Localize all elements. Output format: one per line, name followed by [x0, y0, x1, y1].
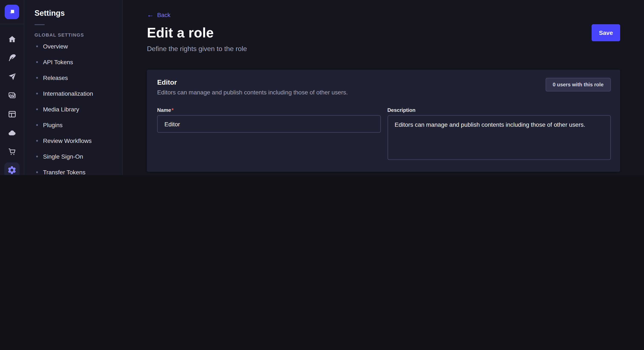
- sidebar-item-api-tokens[interactable]: API Tokens: [34, 54, 112, 70]
- section-label: GLOBAL SETTINGS: [34, 32, 112, 37]
- required-asterisk: *: [172, 107, 173, 113]
- section-global-settings: GLOBAL SETTINGS Overview API Tokens Rele…: [34, 32, 112, 175]
- bullet-icon: [36, 124, 38, 126]
- bullet-icon: [36, 156, 38, 157]
- sidebar-item-plugins[interactable]: Plugins: [34, 117, 112, 133]
- sidebar-item-internationalization[interactable]: Internationalization: [34, 85, 112, 101]
- description-field-label: Description: [388, 107, 611, 113]
- save-button[interactable]: Save: [592, 24, 620, 41]
- sidebar-item-transfer-tokens[interactable]: Transfer Tokens: [34, 164, 112, 175]
- back-arrow-icon: ←: [147, 11, 154, 18]
- cart-icon[interactable]: [7, 147, 16, 156]
- sidebar-item-releases[interactable]: Releases: [34, 70, 112, 85]
- page-subtitle: Define the rights given to the role: [147, 45, 620, 53]
- main-content: ← Back Edit a role Save Define the right…: [123, 0, 644, 175]
- bullet-icon: [36, 171, 38, 173]
- cloud-icon[interactable]: [7, 128, 16, 137]
- bullet-icon: [36, 45, 38, 47]
- strapi-logo[interactable]: [5, 5, 19, 19]
- bullet-icon: [36, 77, 38, 78]
- back-link[interactable]: ← Back: [147, 11, 170, 18]
- role-name-heading: Editor: [157, 79, 611, 86]
- subnav-title: Settings: [34, 9, 112, 18]
- role-description-text: Editors can manage and publish contents …: [157, 89, 611, 96]
- role-details-card: Editor Editors can manage and publish co…: [147, 70, 620, 172]
- bullet-icon: [36, 61, 38, 63]
- users-with-role-badge: 0 users with this role: [546, 78, 611, 91]
- bullet-icon: [36, 108, 38, 110]
- main-icon-sidebar: KD: [0, 0, 24, 175]
- bullet-icon: [36, 93, 38, 94]
- subnav-title-divider: [34, 24, 45, 25]
- sidebar-item-review-workflows[interactable]: Review Workflows: [34, 133, 112, 149]
- back-label: Back: [157, 11, 170, 18]
- send-icon[interactable]: [7, 72, 16, 81]
- feather-icon[interactable]: [7, 53, 16, 62]
- app-window: KD Settings GLOBAL SETTINGS Overview API…: [0, 0, 644, 175]
- gear-icon: [7, 166, 16, 175]
- bullet-icon: [36, 140, 38, 141]
- name-input[interactable]: [157, 115, 380, 133]
- layout-icon[interactable]: [7, 109, 16, 119]
- page-title: Edit a role: [147, 25, 214, 41]
- name-field-label: Name: [157, 107, 171, 113]
- sidebar-item-single-sign-on[interactable]: Single Sign-On: [34, 149, 112, 164]
- name-field-group: Name*: [157, 107, 380, 162]
- description-textarea[interactable]: Editors can manage and publish contents …: [388, 115, 611, 160]
- strapi-logo-icon: [8, 8, 16, 16]
- rail-divider: [0, 24, 24, 24]
- description-field-group: Description Editors can manage and publi…: [388, 107, 611, 162]
- settings-gear-active-tile[interactable]: [4, 163, 20, 175]
- sidebar-item-media-library[interactable]: Media Library: [34, 101, 112, 117]
- media-library-icon[interactable]: [7, 91, 16, 100]
- settings-subnav: Settings GLOBAL SETTINGS Overview API To…: [24, 0, 123, 175]
- sidebar-item-overview[interactable]: Overview: [34, 38, 112, 54]
- home-icon[interactable]: [7, 34, 16, 44]
